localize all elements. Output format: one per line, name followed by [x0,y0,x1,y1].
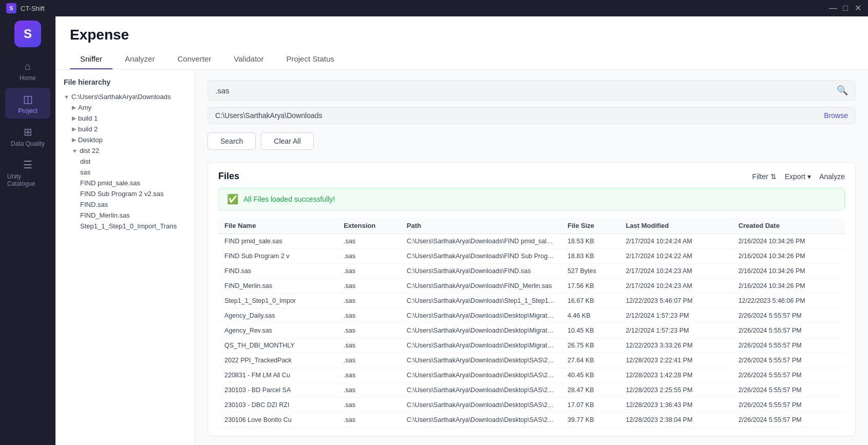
col-modified: Last Modified [619,218,732,234]
tree-label-find-merlin: FIND_Merlin.sas [80,211,130,219]
col-created: Created Date [732,218,845,234]
tree-label-step1: Step1_1_Step1_0_Import_Trans [80,222,177,230]
files-header: Files Filter ⇅ Export ▾ Analyze [218,171,845,182]
browse-path-text: C:\Users\SarthakArya\Downloads [215,111,824,120]
files-actions: Filter ⇅ Export ▾ Analyze [752,172,845,181]
cell-created: 12/22/2023 5:46:06 PM [732,294,845,308]
cell-modified: 12/22/2023 3:33:26 PM [619,338,732,353]
table-row[interactable]: 2022 PPI_TrackedPack .sas C:\Users\Sarth… [218,353,845,368]
sidebar-item-data-quality[interactable]: ⊞ Data Quality [5,121,50,151]
cell-ext: .sas [337,353,401,368]
cell-path: C:\Users\SarthakArya\Downloads\Desktop\S… [401,368,561,383]
sidebar-item-project[interactable]: ◫ Project [5,88,50,119]
cell-modified: 2/17/2024 10:24:23 AM [619,279,732,294]
app-body: S ⌂ Home ◫ Project ⊞ Data Quality ☰ Unit… [0,16,868,445]
cell-size: 28.47 KB [561,383,619,398]
tree-item-dist[interactable]: dist [55,156,195,167]
cell-size: 10.45 KB [561,323,619,338]
right-panel: 🔍 C:\Users\SarthakArya\Downloads Browse … [195,70,868,445]
search-button[interactable]: Search [207,132,256,150]
filter-icon: ⇅ [770,172,777,181]
tree-item-find-pmid[interactable]: FIND pmid_sale.sas [55,178,195,188]
table-row[interactable]: FIND_Merlin.sas .sas C:\Users\SarthakAry… [218,279,845,294]
tree-item-amy[interactable]: ▶ Amy [55,102,195,113]
table-row[interactable]: 230106 Love Bonito Cu .sas C:\Users\Sart… [218,413,845,428]
tab-converter[interactable]: Converter [167,49,221,69]
tree-item-desktop[interactable]: ▶ Desktop [55,134,195,145]
cell-modified: 2/12/2024 1:57:23 PM [619,323,732,338]
close-button[interactable]: ✕ [854,4,862,12]
cell-path: C:\Users\SarthakArya\Downloads\FIND_Merl… [401,279,561,294]
tree-label-build1: build 1 [78,114,98,122]
table-row[interactable]: Step1_1_Step1_0_Impor .sas C:\Users\Sart… [218,294,845,308]
cell-modified: 2/17/2024 10:24:24 AM [619,234,732,249]
tree-item-step1[interactable]: Step1_1_Step1_0_Import_Trans [55,221,195,231]
cell-filename: FIND_Merlin.sas [218,279,337,294]
export-button[interactable]: Export ▾ [785,172,811,181]
cell-filename: 230103 - BD Parcel SA [218,383,337,398]
cell-created: 2/26/2024 5:55:57 PM [732,338,845,353]
cell-created: 2/26/2024 5:55:57 PM [732,383,845,398]
tree-item-find-merlin[interactable]: FIND_Merlin.sas [55,210,195,221]
tree-root[interactable]: ▼ C:\Users\SarthakArya\Downloads [55,91,195,102]
tree-label-desktop: Desktop [78,136,103,144]
table-row[interactable]: QS_TH_DBI_MONTHLY .sas C:\Users\SarthakA… [218,338,845,353]
table-row[interactable]: FIND pmid_sale.sas .sas C:\Users\Sarthak… [218,234,845,249]
tree-item-find-sub[interactable]: FIND Sub Program 2 v2.sas [55,188,195,199]
cell-path: C:\Users\SarthakArya\Downloads\Desktop\M… [401,323,561,338]
tree-item-sas[interactable]: sas [55,167,195,178]
tree-item-build2[interactable]: ▶ build 2 [55,124,195,134]
table-row[interactable]: Agency_Rev.sas .sas C:\Users\SarthakArya… [218,323,845,338]
analyze-button[interactable]: Analyze [819,172,845,181]
table-row[interactable]: FIND Sub Program 2 v .sas C:\Users\Sarth… [218,249,845,264]
cell-ext: .sas [337,323,401,338]
search-buttons: Search Clear All [207,132,856,150]
table-row[interactable]: Agency_Daily.sas .sas C:\Users\SarthakAr… [218,308,845,323]
cell-filename: 220831 - FM LM All Cu [218,368,337,383]
minimize-button[interactable]: — [829,4,837,12]
tree-item-find-sas[interactable]: FIND.sas [55,199,195,210]
sidebar: S ⌂ Home ◫ Project ⊞ Data Quality ☰ Unit… [0,16,55,445]
files-table: File Name Extension Path File Size Last … [218,218,845,428]
cell-modified: 2/17/2024 10:24:23 AM [619,264,732,279]
search-icon[interactable]: 🔍 [837,85,848,96]
window-controls: — □ ✕ [829,4,862,12]
tab-sniffer[interactable]: Sniffer [70,49,112,69]
cell-size: 17.56 KB [561,279,619,294]
cell-filename: Agency_Rev.sas [218,323,337,338]
tree-label-sas: sas [80,168,90,176]
table-row[interactable]: 220831 - FM LM All Cu .sas C:\Users\Sart… [218,368,845,383]
tab-project-status[interactable]: Project Status [276,49,344,69]
cell-size: 40.45 KB [561,368,619,383]
table-row[interactable]: 230103 - BD Parcel SA .sas C:\Users\Sart… [218,383,845,398]
table-row[interactable]: FIND.sas .sas C:\Users\SarthakArya\Downl… [218,264,845,279]
filter-button[interactable]: Filter ⇅ [752,172,777,181]
cell-modified: 12/28/2023 2:38:04 PM [619,413,732,428]
cell-size: 527 Bytes [561,264,619,279]
page-header: Expense Sniffer Analyzer Converter Valid… [55,16,868,70]
tree-item-build1[interactable]: ▶ build 1 [55,113,195,124]
cell-ext: .sas [337,249,401,264]
success-icon: ✅ [227,194,238,205]
tree-item-dist22[interactable]: ▼ dist 22 [55,145,195,156]
clear-all-button[interactable]: Clear All [261,132,313,150]
cell-created: 2/16/2024 10:34:26 PM [732,279,845,294]
table-row[interactable]: 230103 - DBC DZI RZI .sas C:\Users\Sarth… [218,398,845,413]
tab-validator[interactable]: Validator [223,49,274,69]
cell-size: 18.53 KB [561,234,619,249]
cell-path: C:\Users\SarthakArya\Downloads\Desktop\S… [401,413,561,428]
app-logo: S [6,3,16,13]
tab-analyzer[interactable]: Analyzer [115,49,165,69]
cell-filename: QS_TH_DBI_MONTHLY [218,338,337,353]
cell-modified: 12/28/2023 2:25:55 PM [619,383,732,398]
col-extension: Extension [337,218,401,234]
maximize-button[interactable]: □ [841,4,850,12]
browse-button[interactable]: Browse [824,111,848,120]
tree-label-build2: build 2 [78,125,98,133]
sidebar-item-unity-catalogue[interactable]: ☰ Unity Catalogue [5,153,50,191]
search-input[interactable] [215,86,837,95]
sidebar-item-home[interactable]: ⌂ Home [5,55,50,86]
data-quality-icon: ⊞ [24,126,32,138]
unity-catalogue-icon: ☰ [23,159,32,171]
cell-size: 39.77 KB [561,413,619,428]
